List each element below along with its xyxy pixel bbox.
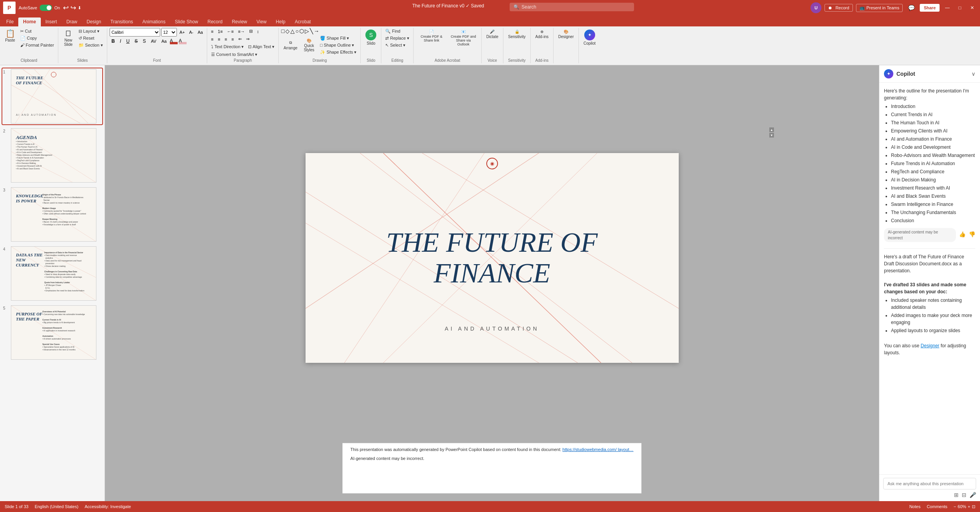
tab-record[interactable]: Record <box>203 17 227 26</box>
slide-thumb-5[interactable]: 5 PURPOSE OFTHE PAPER Overviews of AI Po… <box>2 305 102 360</box>
font-size-select[interactable]: 12 <box>161 28 177 37</box>
shape-4[interactable]: ○ <box>295 28 299 34</box>
slido-button[interactable]: S Slido <box>363 28 379 47</box>
slide-canvas[interactable]: ◉ THE FUTURE OF FINANCE <box>306 153 679 363</box>
tab-slideshow[interactable]: Slide Show <box>170 17 203 26</box>
select-button[interactable]: ↖ Select ▾ <box>384 42 411 49</box>
thumbs-down-button[interactable]: 👎 <box>969 230 975 239</box>
quick-styles-button[interactable]: 🎨 QuickStyles <box>301 37 317 54</box>
decrease-font-button[interactable]: A- <box>187 29 195 35</box>
shape-1[interactable]: □ <box>281 28 284 34</box>
designer-button[interactable]: 🎨 Designer <box>556 28 576 40</box>
ltr-button[interactable]: ⇒ <box>245 36 251 42</box>
columns-button[interactable]: ⊟ <box>248 28 254 35</box>
bold-button[interactable]: B <box>110 38 117 45</box>
highlight-color-button[interactable]: A <box>170 38 178 44</box>
maximize-button[interactable]: □ <box>955 3 964 12</box>
designer-link[interactable]: Designer <box>921 343 939 348</box>
text-direction-button[interactable]: ⤵ Text Direction ▾ <box>210 44 246 50</box>
create-pdf-button[interactable]: 📄 Create PDF & Share link <box>416 28 447 44</box>
tab-home[interactable]: Home <box>18 17 40 26</box>
present-teams-button[interactable]: 📺 Present in Teams <box>856 4 903 12</box>
tab-help[interactable]: Help <box>271 17 290 26</box>
copy-button[interactable]: 📄 Copy <box>19 35 56 42</box>
copilot-close-button[interactable]: ∨ <box>971 71 975 77</box>
strikethrough-button[interactable]: S <box>133 38 140 45</box>
zoom-in-btn[interactable]: + <box>968 504 970 509</box>
font-name-select[interactable]: Calibri <box>110 28 160 37</box>
scroll-down-btn[interactable]: ▼ <box>769 133 774 138</box>
dictate-button[interactable]: 🎤 Dictate <box>484 28 501 40</box>
align-center-button[interactable]: ≡ <box>216 36 222 42</box>
undo-button[interactable]: ↩ <box>63 3 69 12</box>
layout-button[interactable]: ⊟ Layout ▾ <box>77 28 105 35</box>
comments-button[interactable]: 💬 <box>906 2 917 13</box>
inc-indent-button[interactable]: ≡→ <box>236 28 246 35</box>
fit-slide-btn[interactable]: ⊡ <box>972 504 975 509</box>
italic-button[interactable]: I <box>118 38 123 45</box>
line-shape[interactable]: ╲ <box>310 28 313 34</box>
shape-6[interactable]: ▷ <box>305 28 309 34</box>
tab-review[interactable]: Review <box>227 17 252 26</box>
tab-draw[interactable]: Draw <box>62 17 82 26</box>
redo-button[interactable]: ↪ <box>70 3 76 12</box>
align-left-button[interactable]: ≡ <box>210 36 215 42</box>
copilot-input[interactable] <box>883 478 976 489</box>
shape-effects-button[interactable]: ✨ Shape Effects ▾ <box>318 49 358 56</box>
shadow-button[interactable]: S <box>141 38 148 45</box>
clear-format-button[interactable]: Aa <box>196 29 204 35</box>
find-button[interactable]: 🔍 Find <box>384 28 411 35</box>
reset-button[interactable]: ↺ Reset <box>77 35 105 42</box>
shape-outline-button[interactable]: □ Shape Outline ▾ <box>318 42 358 49</box>
notes-status-btn[interactable]: Notes <box>909 504 921 509</box>
bullets-button[interactable]: ≡ <box>210 28 215 35</box>
slide-thumb-1[interactable]: 1 THE FUTUREOF FINANCE AI AND AUTOMATION <box>2 68 102 124</box>
customize-btn[interactable]: ⬇ <box>78 5 81 10</box>
new-slide-button[interactable]: 🗌 NewSlide <box>61 28 76 48</box>
share-button[interactable]: Share <box>920 4 940 12</box>
replace-button[interactable]: ⇄ Replace ▾ <box>384 35 411 42</box>
record-button[interactable]: ⏺ Record <box>825 4 852 12</box>
align-right-button[interactable]: ≡ <box>223 36 229 42</box>
tab-file[interactable]: File <box>2 17 18 26</box>
slide-thumb-2[interactable]: 2 AGENDA • Introduction• Current Trends … <box>2 127 102 183</box>
search-box-container[interactable]: 🔍 Search <box>510 3 634 11</box>
convert-smartart-button[interactable]: ☰ Convert to SmartArt ▾ <box>210 51 259 58</box>
copilot-grid-icon[interactable]: ⊞ <box>954 492 959 498</box>
shape-fill-button[interactable]: 🪣 Shape Fill ▾ <box>318 35 358 42</box>
numbering-button[interactable]: 1≡ <box>216 28 224 35</box>
user-avatar[interactable]: U <box>811 2 821 13</box>
notes-link[interactable]: https://studiowebmedia.com/ layout… <box>562 447 634 452</box>
sensitivity-button[interactable]: 🔒 Sensitivity <box>506 28 528 40</box>
slide-thumb-4[interactable]: 4 DATA AS THENEWCURRENCY Importance of D… <box>2 246 102 301</box>
copilot-table-icon[interactable]: ⊟ <box>962 492 966 498</box>
tab-animations[interactable]: Animations <box>138 17 170 26</box>
char-spacing-button[interactable]: AV <box>149 38 158 44</box>
copilot-mic-icon[interactable]: 🎤 <box>970 492 976 498</box>
underline-button[interactable]: U <box>124 38 132 45</box>
tab-design[interactable]: Design <box>82 17 106 26</box>
shape-2[interactable]: ◇ <box>285 28 290 34</box>
rtl-button[interactable]: ⇐ <box>237 36 243 42</box>
scroll-up-btn[interactable]: ▲ <box>769 127 774 132</box>
justify-button[interactable]: ≡ <box>230 36 235 42</box>
shape-5[interactable]: ⬡ <box>299 28 304 34</box>
create-pdf2-button[interactable]: 📧 Create PDF and Share via Outlook <box>448 28 479 48</box>
zoom-out-btn[interactable]: − <box>954 504 956 509</box>
slide-thumb-3[interactable]: 3 KNOWLEDGEIS POWER Origin of the Phrase… <box>2 186 102 242</box>
dec-indent-button[interactable]: ←≡ <box>225 28 235 35</box>
cut-button[interactable]: ✂ Cut <box>19 28 56 35</box>
arrange-button[interactable]: ⧉ Arrange <box>281 39 300 52</box>
tab-acrobat[interactable]: Acrobat <box>290 17 315 26</box>
close-button[interactable]: ✕ <box>968 3 977 12</box>
copilot-ribbon-button[interactable]: ✦ Copilot <box>581 28 598 47</box>
thumbs-up-button[interactable]: 👍 <box>959 230 966 239</box>
shape-3[interactable]: △ <box>290 28 295 34</box>
line-spacing-button[interactable]: ↕ <box>255 28 261 35</box>
autosave-toggle[interactable] <box>40 5 52 11</box>
comments-status-btn[interactable]: Comments <box>927 504 947 509</box>
font-color-button[interactable]: A <box>179 38 187 44</box>
tab-insert[interactable]: Insert <box>41 17 62 26</box>
tab-view[interactable]: View <box>252 17 271 26</box>
align-text-button[interactable]: ⊡ Align Text ▾ <box>246 44 276 50</box>
